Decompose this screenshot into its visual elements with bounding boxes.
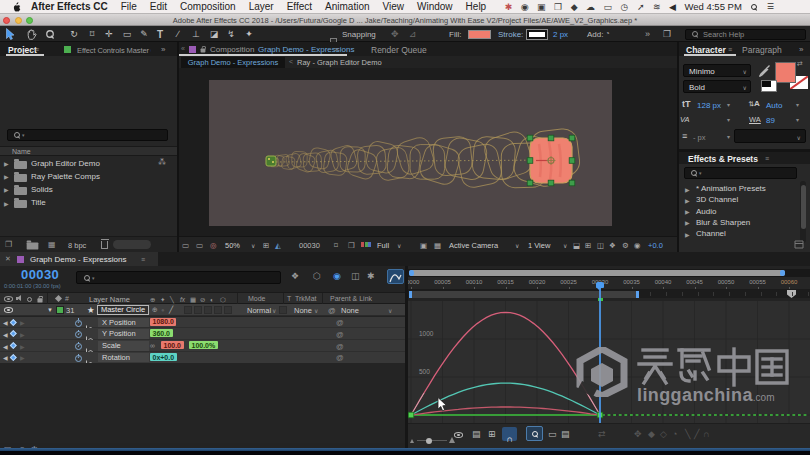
link-dimensions-icon[interactable]: ∞ [150,342,155,349]
viewer-tab-separator[interactable]: < [289,58,293,65]
solo-icon[interactable] [27,297,32,302]
swap-fill-stroke-icon[interactable]: ⇄ [797,60,803,68]
menu-help[interactable]: Help [466,1,487,12]
frame-blend-icon[interactable]: ◫ [351,271,360,281]
plugin-icon[interactable]: ✱ [505,2,513,12]
tab-composition-name[interactable]: Graph Demo - Expressions [258,45,354,54]
property-value[interactable]: 100.0 [161,341,184,349]
chevron-down-icon[interactable]: ▾ [727,101,730,108]
new-folder-icon[interactable] [27,242,39,249]
stopwatch-icon[interactable] [75,343,82,350]
effects-item-1[interactable]: ▶* Animation Presets [679,183,800,194]
property-row-x-position[interactable]: ◀▶X Position1080.0@ [0,317,405,329]
menu-layer[interactable]: Layer [249,1,274,12]
viewer-tab-active[interactable]: Graph Demo - Expressions [181,57,285,68]
collapse-icon[interactable]: ✦ [160,296,165,304]
lock-icon[interactable] [201,48,206,52]
zoom-slider-knob[interactable] [426,438,432,444]
next-keyframe-icon[interactable]: ▶ [20,319,25,326]
project-item-4[interactable]: ▶Title [0,197,177,210]
collapse-switch-icon[interactable]: ● [161,307,165,313]
tab-paragraph[interactable]: Paragraph [742,45,782,55]
project-settings-icon[interactable]: ▦ [48,240,56,249]
interpret-footage-icon[interactable]: ❐ [5,240,12,249]
layer-label-chip[interactable] [56,306,64,314]
zoom-slider-track[interactable] [417,440,447,441]
prev-keyframe-icon[interactable]: ◀ [3,343,8,350]
panel-menu-icon[interactable]: ≡ [35,46,39,53]
fit-all-graphs-icon[interactable]: ▤ [561,429,570,439]
next-keyframe-icon[interactable]: ▶ [20,343,25,350]
eye-icon[interactable] [4,296,13,302]
stopwatch-icon[interactable] [75,320,82,327]
disclosure-triangle-icon[interactable]: ▶ [4,160,9,167]
pickwhip-icon[interactable]: @ [336,330,344,339]
panel-collapse-icon[interactable]: « [181,45,185,52]
next-keyframe-icon[interactable]: ▶ [20,354,25,361]
pan-behind-tool[interactable]: ✛ [102,26,116,42]
pickwhip-icon[interactable]: @ [336,353,344,362]
adjustment-icon[interactable]: ◐ [210,296,214,303]
frame-blend-icon[interactable]: ▦ [190,296,196,304]
tab-render-queue[interactable]: Render Queue [371,45,427,55]
window-app-icon[interactable]: ❐ [554,2,562,12]
column-parent[interactable]: Parent & Link [330,295,372,302]
roto-brush-tool[interactable]: ↯ [224,26,238,42]
switch-cell[interactable] [204,306,212,314]
screencap-icon[interactable]: ▣ [537,2,546,12]
disclosure-triangle-icon[interactable]: ▶ [4,186,9,193]
grid-guides-icon[interactable]: ⊞ [263,241,269,250]
motion-blur-icon[interactable]: ⊘ [200,296,205,304]
brainstorm-icon[interactable]: ✱ [367,271,375,281]
rectangle-tool[interactable]: ▭ [120,26,134,42]
timeline-empty-area[interactable] [0,363,405,443]
column-trkmat[interactable]: TrkMat [295,295,317,302]
fast-previews-icon[interactable]: ⊞ [585,241,591,250]
motion-blur-icon[interactable]: ◉ [333,271,341,281]
graph-type-icon[interactable]: ▤ [472,429,481,439]
trkmat-cell[interactable] [279,306,287,314]
stroke-style-select[interactable]: ∨ [734,129,806,143]
viewer-tab-other[interactable]: Ray - Graph Editor Demo [297,58,382,67]
disclosure-triangle-icon[interactable]: ▶ [685,208,690,215]
font-size-value[interactable]: 128 px [697,101,721,110]
work-area-start-handle[interactable] [409,291,412,298]
brush-tool[interactable]: ∕ [171,26,185,42]
rotation-tool[interactable]: ↻ [67,26,81,42]
anchor-switch-icon[interactable]: ⊕ [152,306,158,314]
fill-swatch[interactable] [468,30,491,40]
menu-composition[interactable]: Composition [180,1,236,12]
menu-file[interactable]: File [121,1,137,12]
separate-dimensions-icon[interactable]: ⇄ [598,429,606,439]
trkmat-select[interactable]: None [294,306,312,315]
menu-clock[interactable]: Wed 4:55 PM [684,1,741,12]
transparency-grid-icon[interactable]: ▦ [434,241,441,250]
work-area-end-handle[interactable] [636,291,639,298]
exposure-value[interactable]: +0.0 [648,241,663,250]
spotlight-search-icon[interactable] [751,4,757,10]
graph-editor-toggle-icon[interactable] [387,269,404,284]
prev-keyframe-icon[interactable]: ◀ [3,354,8,361]
region-of-interest-icon[interactable]: ◭ [275,241,281,250]
chevron-down-icon[interactable]: ∨ [314,307,318,314]
flowchart-icon[interactable]: ❖ [609,241,616,250]
next-keyframe-icon[interactable]: ▶ [20,331,25,338]
effects-search-box[interactable]: ▾ [684,167,797,179]
chevron-down-icon[interactable]: ∨ [563,242,567,249]
disclosure-triangle-icon[interactable]: ▶ [685,186,690,193]
property-value[interactable]: 0x+0.0 [150,353,177,361]
show-transform-box-icon[interactable]: ⊞ [488,429,496,439]
project-tabs-overflow-icon[interactable]: » [161,45,165,54]
parent-select[interactable]: None [341,306,359,315]
stopwatch-icon[interactable] [75,355,82,362]
menu-edit[interactable]: Edit [150,1,167,12]
zoom-select[interactable]: 50% [225,241,240,250]
trash-icon[interactable] [101,241,108,249]
toolbar-overflow-icon[interactable]: » [645,29,650,39]
panel-gutter[interactable] [677,42,679,252]
column-t[interactable]: T [287,295,291,302]
roi-icon[interactable]: ▣ [420,241,427,250]
layer-row[interactable]: ▼31★Master Circle⊕●╱Normal∨None∨@None∨ [0,304,405,316]
help-search-box[interactable]: Search Help [685,29,806,40]
effects-item-2[interactable]: ▶3D Channel [679,194,800,205]
